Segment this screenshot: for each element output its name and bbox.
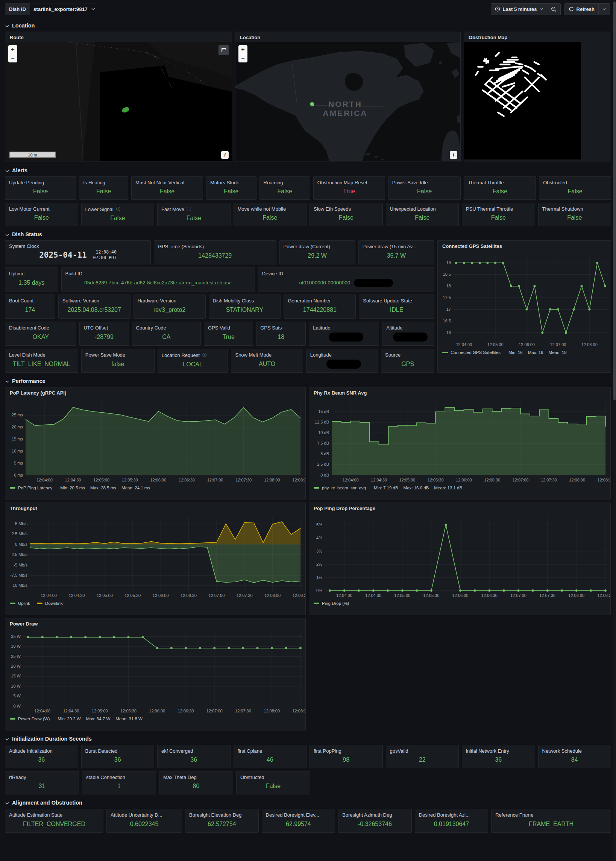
- map-zoom-in-button[interactable]: +: [239, 45, 247, 54]
- obstruction-map-panel: Obstruction Map: [464, 31, 611, 162]
- map-ruler-icon[interactable]: [218, 45, 229, 55]
- stat-value: False: [415, 214, 429, 221]
- legend-item[interactable]: PoP Ping LatencyMin: 20.5 msMax: 28.5 ms…: [10, 485, 150, 490]
- svg-text:12:08:30: 12:08:30: [597, 593, 610, 598]
- stat-label: Power draw (Current): [284, 244, 330, 249]
- stat-label: Is Heating: [83, 180, 105, 185]
- panel-title[interactable]: Pop Ping Drop Percentage: [309, 503, 610, 513]
- stat-panel: Roaming False: [259, 176, 310, 200]
- route-map[interactable]: + − 10 m i: [5, 42, 232, 162]
- stat-label: Max Theta Deg: [163, 775, 197, 780]
- legend-swatch-icon: [10, 487, 16, 489]
- stat-panel: GPS Time (Seconds) 1428433729: [154, 240, 276, 264]
- legend-item[interactable]: Downlink: [37, 601, 63, 606]
- stat-label: Software Version: [63, 298, 99, 303]
- svg-text:12:06:00: 12:06:00: [519, 342, 535, 347]
- info-icon[interactable]: ⓘ: [116, 206, 121, 212]
- stat-panel: Obstruction Map Reset True: [313, 176, 385, 200]
- stat-value: 36: [495, 756, 502, 763]
- stat-label: Build ID: [66, 271, 83, 277]
- obstruction-map-canvas: [464, 42, 581, 159]
- section-header-initialization[interactable]: Initialization Duration Seconds: [5, 735, 616, 742]
- location-map-panel: Location NORTH: [235, 31, 461, 162]
- dish-id-select[interactable]: starlink_exporter:9817: [30, 3, 99, 15]
- info-icon[interactable]: ⓘ: [202, 352, 207, 358]
- stat-panel: Low Motor Current False: [5, 203, 78, 226]
- panel-title[interactable]: Power Draw: [5, 618, 305, 628]
- stat-label: Hardware Version: [138, 298, 176, 303]
- svg-text:12:07:00: 12:07:00: [512, 478, 529, 482]
- svg-text:5 Mb/s: 5 Mb/s: [15, 521, 28, 526]
- svg-text:12:06:30: 12:06:30: [179, 478, 195, 482]
- stat-value: rev3_proto2: [154, 306, 185, 313]
- stat-value: 36: [114, 756, 121, 763]
- stat-label: rfReady: [9, 775, 26, 780]
- section-header-alerts[interactable]: Alerts: [5, 167, 616, 174]
- section-header-alignment[interactable]: Alignment and Obstruction: [5, 799, 616, 806]
- stat-panel: Obstructed False: [539, 176, 611, 200]
- svg-text:19: 19: [446, 260, 451, 265]
- map-zoom-in-button[interactable]: +: [8, 45, 17, 54]
- stat-value: 46: [267, 756, 273, 763]
- legend-item[interactable]: Power Draw (W)Min: 29.2 WMax: 34.7 WMean…: [10, 716, 143, 721]
- stat-label: Thermal Throttle: [468, 180, 504, 185]
- map-zoom-out-button[interactable]: −: [239, 54, 247, 63]
- pop-latency-chart-panel: PoP Latency (gRPC API) 12:04:0012:04:301…: [5, 387, 306, 500]
- refresh-interval-dropdown[interactable]: [598, 4, 610, 15]
- svg-text:12:08:30: 12:08:30: [292, 593, 305, 598]
- map-attribution-button[interactable]: i: [450, 151, 457, 159]
- stat-panel: Unexpected Location False: [386, 203, 459, 226]
- stat-label: Power draw (15 min Av...: [363, 244, 416, 249]
- dish-status-row-a: System Clock 2025-04-11 12:08:40-07:00 P…: [5, 240, 434, 264]
- stat-label: Power Save Mode: [85, 352, 125, 358]
- stat-label: Power Save Idle: [392, 180, 428, 185]
- svg-text:5 dB: 5 dB: [321, 451, 329, 456]
- stat-label: Update Pending: [9, 180, 44, 185]
- panel-title[interactable]: Throughput: [5, 503, 305, 513]
- legend-item[interactable]: Ping Drop (%): [314, 601, 349, 606]
- stat-panel: Power draw (15 min Av... 35.7 W: [358, 240, 434, 264]
- panel-title[interactable]: Phy Rx Beam SNR Avg: [309, 387, 610, 398]
- panel-title[interactable]: Location: [236, 32, 460, 42]
- legend-item[interactable]: phy_rx_beam_snr_avgMin: 7.19 dBMax: 16.0…: [314, 485, 462, 490]
- location-map[interactable]: NORTH AMERICA + − i: [236, 42, 460, 162]
- time-range-picker[interactable]: Last 5 minutes: [491, 4, 547, 15]
- panel-title[interactable]: Route: [5, 32, 232, 42]
- svg-text:12:04:30: 12:04:30: [371, 478, 387, 482]
- stat-value: 2025.04.08.cr53207: [68, 306, 121, 313]
- stat-label: Unexpected Location: [390, 206, 436, 212]
- svg-text:2.5 Mb/s: 2.5 Mb/s: [12, 531, 28, 536]
- svg-text:12:04:30: 12:04:30: [65, 478, 81, 482]
- stat-value: False: [278, 188, 292, 195]
- stat-panel: Boot Count 174: [5, 295, 55, 319]
- legend-item[interactable]: Connected GPS SatellitesMin: 16Max: 19Me…: [442, 350, 567, 355]
- alignment-row: Attitude Estimation State FILTER_CONVERG…: [5, 809, 611, 833]
- stat-panel: Update Pending False: [5, 176, 76, 200]
- map-attribution-button[interactable]: i: [221, 151, 229, 159]
- chart-canvas: 12:04:0012:05:0012:06:0012:07:0012:08:00…: [438, 251, 611, 349]
- stat-value: False: [491, 214, 506, 221]
- scrollbar-track[interactable]: [613, 0, 616, 861]
- panel-title[interactable]: PoP Latency (gRPC API): [5, 387, 305, 398]
- dish-status-row-d: Disablement Code OKAY UTC Offset -28799 …: [5, 322, 434, 346]
- section-header-dish-status[interactable]: Dish Status: [5, 231, 616, 238]
- legend-item[interactable]: Uplink: [10, 601, 30, 606]
- stat-panel: Attitude Estimation State FILTER_CONVERG…: [5, 809, 104, 833]
- stat-label: Level Dish Mode: [9, 352, 46, 358]
- dish-id-variable: Dish ID starlink_exporter:9817: [5, 3, 99, 15]
- svg-text:12:07:30: 12:07:30: [539, 593, 555, 598]
- panel-title[interactable]: Obstruction Map: [464, 32, 611, 42]
- panel-title[interactable]: Connected GPS Satellites: [438, 241, 611, 251]
- stat-label: Mast Not Near Vertical: [135, 180, 184, 185]
- svg-text:12:04:00: 12:04:00: [336, 593, 352, 598]
- zoom-out-time-button[interactable]: [547, 4, 560, 15]
- section-header-location[interactable]: Location: [5, 22, 616, 29]
- refresh-button[interactable]: Refresh: [565, 4, 598, 15]
- scrollbar-thumb[interactable]: [613, 2, 616, 400]
- stat-value: 174: [25, 306, 35, 313]
- info-icon[interactable]: ⓘ: [187, 206, 192, 212]
- map-zoom-out-button[interactable]: −: [8, 54, 17, 63]
- section-header-performance[interactable]: Performance: [5, 378, 616, 385]
- stat-label: Obstructed: [240, 775, 264, 780]
- stat-panel: Fast Move ⓘ False: [157, 203, 231, 226]
